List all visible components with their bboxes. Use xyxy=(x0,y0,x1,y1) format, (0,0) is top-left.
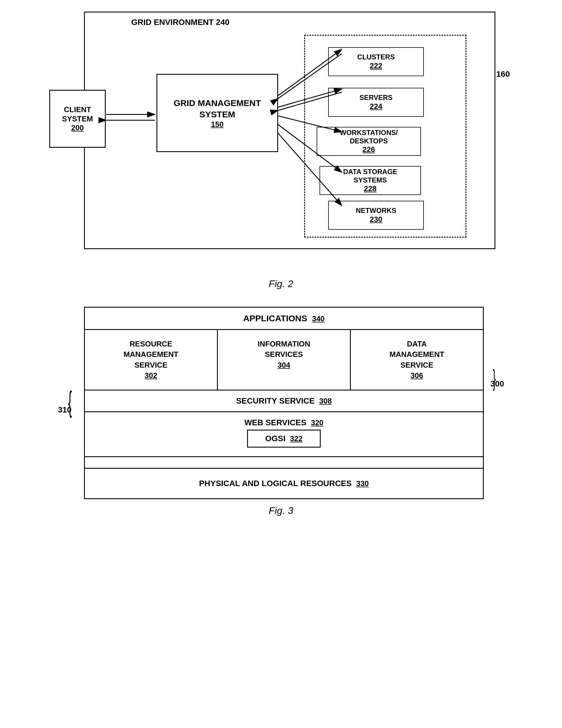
gms-box: GRID MANAGEMENTSYSTEM 150 xyxy=(156,74,278,152)
fig3-caption: Fig. 3 xyxy=(269,505,293,516)
information-services-number: 304 xyxy=(224,360,344,370)
client-system-title: CLIENTSYSTEM xyxy=(62,105,93,123)
web-services-number: 320 xyxy=(311,418,323,427)
servers-title: SERVERS xyxy=(360,94,393,102)
resource-management-title: RESOURCEMANAGEMENTSERVICE xyxy=(91,339,211,370)
clusters-wrapper: CLUSTERS 222 xyxy=(328,47,424,76)
fig2-caption: Fig. 2 xyxy=(269,278,293,289)
web-services-label: WEB SERVICES 320 xyxy=(91,418,477,427)
datastorage-box: DATA STORAGESYSTEMS 228 xyxy=(320,166,421,195)
security-label: SECURITY SERVICE xyxy=(236,396,315,405)
brace-310-icon: { xyxy=(68,385,72,418)
information-services-title: INFORMATIONSERVICES xyxy=(224,339,344,360)
ogsi-box: OGSI 322 xyxy=(247,430,321,448)
clusters-title: CLUSTERS xyxy=(357,53,395,61)
fig2-diagram: GRID ENVIRONMENT 240 CLIENTSYSTEM 200 GR… xyxy=(49,12,513,272)
networks-title: NETWORKS xyxy=(356,207,396,215)
resource-management-number: 302 xyxy=(91,370,211,381)
workstations-wrapper: WORKSTATIONS/DESKTOPS 226 xyxy=(317,127,421,156)
datastorage-title: DATA STORAGESYSTEMS xyxy=(343,168,397,185)
ogsi-wrapper: OGSI 322 xyxy=(91,430,477,450)
clusters-number: 222 xyxy=(370,61,382,70)
applications-label: APPLICATIONS xyxy=(243,313,307,323)
networks-box: NETWORKS 230 xyxy=(328,201,424,230)
fig3-container: 300 } 310 { APPLICATIONS 340 RESOURCEMAN… xyxy=(23,307,539,516)
physical-label: PHYSICAL AND LOGICAL RESOURCES xyxy=(199,479,352,488)
web-services-section: WEB SERVICES 320 OGSI 322 xyxy=(85,412,483,457)
fig3-wrapper: 300 } 310 { APPLICATIONS 340 RESOURCEMAN… xyxy=(49,307,513,499)
networks-number: 230 xyxy=(370,215,382,224)
services-row: RESOURCEMANAGEMENTSERVICE 302 INFORMATIO… xyxy=(85,330,483,391)
security-row: SECURITY SERVICE 308 xyxy=(85,391,483,412)
fig2-container: GRID ENVIRONMENT 240 CLIENTSYSTEM 200 GR… xyxy=(23,12,539,289)
workstations-title: WORKSTATIONS/DESKTOPS xyxy=(340,129,398,145)
physical-number: 330 xyxy=(356,479,369,488)
resource-management-cell: RESOURCEMANAGEMENTSERVICE 302 xyxy=(85,330,218,390)
data-management-number: 306 xyxy=(357,370,477,381)
servers-wrapper: SERVERS 224 xyxy=(328,88,424,117)
ogsi-number: 322 xyxy=(290,434,302,443)
workstations-number: 226 xyxy=(362,145,375,154)
security-number: 308 xyxy=(319,397,332,405)
brace-300-icon: } xyxy=(493,365,496,391)
client-system-box: CLIENTSYSTEM 200 xyxy=(49,90,106,148)
datastorage-number: 228 xyxy=(364,184,376,193)
data-management-cell: DATAMANAGEMENTSERVICE 306 xyxy=(351,330,483,390)
spacer-row xyxy=(85,457,483,469)
data-management-title: DATAMANAGEMENTSERVICE xyxy=(357,339,477,370)
fig3-outer-box: APPLICATIONS 340 RESOURCEMANAGEMENTSERVI… xyxy=(84,307,484,499)
applications-number: 340 xyxy=(312,314,324,323)
workstations-box: WORKSTATIONS/DESKTOPS 226 xyxy=(317,127,421,156)
gms-number: 150 xyxy=(211,120,223,129)
servers-box: SERVERS 224 xyxy=(328,88,424,117)
physical-row: PHYSICAL AND LOGICAL RESOURCES 330 xyxy=(85,469,483,498)
datastorage-wrapper: DATA STORAGESYSTEMS 228 xyxy=(320,166,421,195)
gms-title: GRID MANAGEMENTSYSTEM xyxy=(174,97,261,120)
servers-number: 224 xyxy=(370,102,382,111)
client-system-number: 200 xyxy=(71,123,84,132)
resources-dashed-box: CLUSTERS 222 SERVERS 224 WORKSTATIONS/DE… xyxy=(304,35,466,238)
networks-wrapper: NETWORKS 230 xyxy=(328,201,424,230)
grid-env-label: GRID ENVIRONMENT 240 xyxy=(131,18,229,27)
information-services-cell: INFORMATIONSERVICES 304 xyxy=(218,330,351,390)
clusters-box: CLUSTERS 222 xyxy=(328,47,424,76)
applications-row: APPLICATIONS 340 xyxy=(85,308,483,330)
label-160: 160 xyxy=(496,70,510,79)
